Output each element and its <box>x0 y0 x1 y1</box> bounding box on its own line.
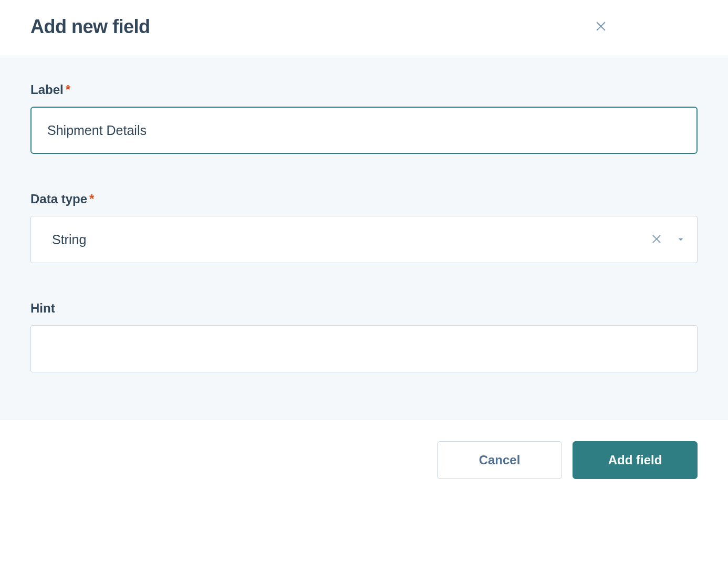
dialog-title: Add new field <box>30 16 150 38</box>
label-text: Hint <box>30 301 55 315</box>
close-button[interactable] <box>594 19 608 34</box>
label-field-label: Label* <box>30 82 698 97</box>
hint-field-group: Hint <box>30 301 698 372</box>
dialog-header: Add new field <box>0 0 728 56</box>
dialog-footer: Cancel Add field <box>0 420 728 500</box>
close-icon <box>651 234 662 246</box>
required-indicator: * <box>66 82 70 97</box>
dialog-body: Label* Data type* String <box>0 56 728 420</box>
label-text: Label <box>30 82 64 97</box>
required-indicator: * <box>89 192 94 206</box>
data-type-select[interactable]: String <box>30 216 698 263</box>
data-type-field-label: Data type* <box>30 192 698 206</box>
label-input[interactable] <box>30 107 698 154</box>
add-field-button[interactable]: Add field <box>573 441 698 479</box>
close-icon <box>595 20 607 34</box>
label-field-group: Label* <box>30 82 698 154</box>
hint-input[interactable] <box>30 325 698 372</box>
data-type-selected-value: String <box>52 232 650 247</box>
clear-selection-button[interactable] <box>650 233 663 246</box>
data-type-field-group: Data type* String <box>30 192 698 263</box>
chevron-down-icon <box>676 235 685 244</box>
label-text: Data type <box>30 192 87 206</box>
add-field-dialog: Add new field Label* Data type* String <box>0 0 728 500</box>
hint-field-label: Hint <box>30 301 698 316</box>
cancel-button[interactable]: Cancel <box>437 441 562 479</box>
